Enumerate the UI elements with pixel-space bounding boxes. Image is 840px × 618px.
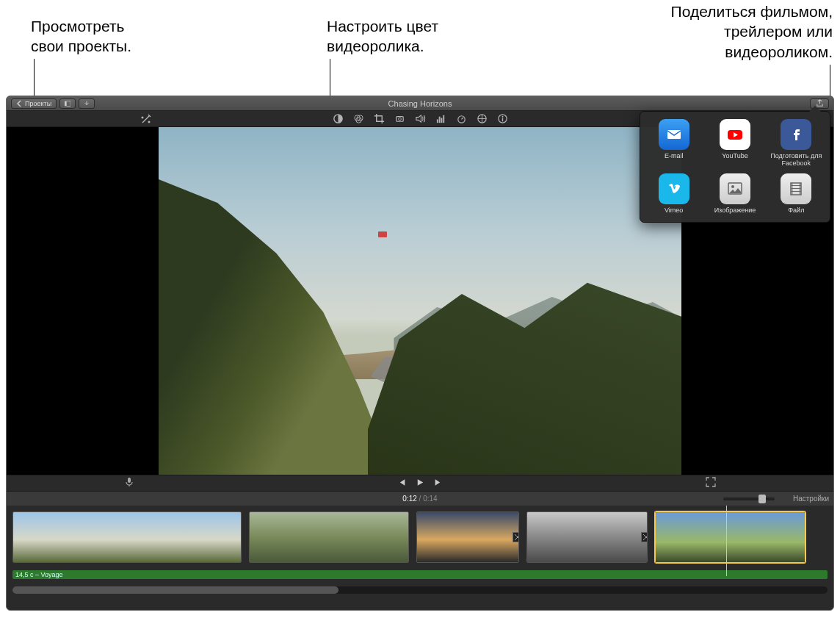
share-email[interactable]: E-mail	[643, 118, 704, 169]
playback-bar	[7, 475, 833, 491]
color-balance-icon[interactable]	[331, 112, 344, 126]
popover-arrow	[809, 106, 821, 112]
prev-button[interactable]	[397, 477, 407, 490]
callout-line-projects	[34, 59, 35, 98]
audio-track[interactable]: 14,5 с – Voyage	[12, 570, 828, 579]
facebook-icon	[781, 119, 811, 150]
voiceover-button[interactable]	[124, 477, 134, 490]
callout-projects-line1: Просмотреть	[31, 16, 131, 36]
zoom-slider[interactable]	[723, 497, 775, 500]
transition-icon[interactable]	[513, 532, 519, 542]
share-vimeo[interactable]: Vimeo	[643, 172, 704, 216]
timeline-scrollbar[interactable]	[12, 586, 828, 594]
svg-rect-10	[441, 118, 442, 123]
info-icon[interactable]	[496, 112, 509, 126]
time-separator: /	[417, 495, 423, 503]
svg-rect-9	[438, 117, 440, 123]
playhead[interactable]	[726, 506, 727, 576]
svg-rect-26	[791, 188, 801, 189]
svg-point-7	[398, 118, 401, 121]
mail-icon	[659, 119, 689, 150]
callout-color: Настроить цвет видеоролика.	[327, 16, 438, 57]
video-preview	[159, 127, 681, 475]
share-facebook-label: Подготовить для Facebook	[767, 153, 825, 168]
share-file[interactable]: Файл	[766, 172, 827, 216]
time-display: 0:12 / 0:14	[402, 495, 437, 503]
clips-row	[12, 511, 828, 563]
back-to-projects-button[interactable]: Проекты	[11, 98, 57, 109]
eq-icon[interactable]	[434, 112, 447, 126]
share-youtube[interactable]: YouTube	[704, 118, 765, 169]
share-vimeo-label: Vimeo	[665, 207, 683, 215]
svg-rect-27	[791, 191, 801, 192]
share-email-label: E-mail	[665, 153, 684, 160]
share-youtube-label: YouTube	[722, 153, 747, 160]
import-button[interactable]	[79, 98, 95, 109]
svg-rect-1	[67, 101, 70, 106]
adjust-icons-group	[331, 112, 509, 126]
svg-rect-16	[502, 118, 502, 122]
clip-2[interactable]	[249, 511, 409, 563]
youtube-icon	[720, 119, 750, 150]
callout-share: Поделиться фильмом, трейлером или видеор…	[671, 1, 833, 62]
app-window: Проекты Chasing Horizons	[6, 96, 834, 611]
titlebar: Проекты Chasing Horizons	[7, 96, 833, 111]
callout-share-line2: трейлером или	[671, 21, 833, 41]
speed-icon[interactable]	[455, 112, 468, 126]
callout-share-line1: Поделиться фильмом,	[671, 1, 833, 21]
callout-projects-line2: свои проекты.	[31, 36, 131, 56]
clip-3[interactable]	[416, 511, 519, 563]
playback-controls	[397, 477, 443, 490]
play-button[interactable]	[416, 477, 425, 490]
library-view-button[interactable]	[59, 98, 76, 109]
svg-rect-17	[128, 478, 131, 483]
share-image-label: Изображение	[714, 207, 756, 215]
enhance-button[interactable]	[139, 112, 153, 126]
timeline-header: 0:12 / 0:14 Настройки	[7, 491, 833, 506]
fullscreen-button[interactable]	[706, 477, 716, 490]
callout-color-line1: Настроить цвет	[327, 16, 438, 36]
next-button[interactable]	[434, 477, 443, 490]
clip-5-selected[interactable]	[655, 511, 805, 563]
svg-rect-11	[443, 115, 444, 123]
transition-icon[interactable]	[641, 532, 648, 542]
svg-rect-0	[65, 101, 66, 106]
color-correct-icon[interactable]	[475, 112, 488, 126]
back-button-label: Проекты	[25, 100, 51, 107]
clip-1[interactable]	[12, 511, 242, 563]
svg-point-15	[502, 116, 503, 118]
cable-car-graphic	[378, 231, 387, 237]
callout-projects: Просмотреть свои проекты.	[31, 16, 131, 57]
svg-rect-25	[791, 185, 801, 186]
svg-rect-8	[436, 119, 438, 123]
time-total: 0:14	[423, 495, 437, 503]
time-current: 0:12	[402, 495, 416, 503]
share-facebook[interactable]: Подготовить для Facebook	[766, 118, 827, 169]
callout-color-line2: видеоролика.	[327, 36, 438, 56]
callout-line-share	[830, 65, 830, 98]
file-icon	[781, 173, 811, 204]
svg-point-21	[731, 185, 734, 188]
share-image[interactable]: Изображение	[704, 172, 765, 216]
timeline[interactable]: 14,5 с – Voyage	[7, 506, 833, 597]
stabilize-icon[interactable]	[393, 112, 406, 126]
clip-4[interactable]	[526, 511, 648, 563]
settings-link[interactable]: Настройки	[793, 495, 829, 503]
volume-icon[interactable]	[413, 112, 427, 126]
crop-icon[interactable]	[372, 112, 385, 126]
svg-rect-18	[667, 130, 681, 139]
project-title: Chasing Horizons	[388, 99, 452, 108]
filters-icon[interactable]	[352, 112, 365, 126]
share-file-label: Файл	[788, 207, 804, 215]
callout-share-line3: видеороликом.	[671, 42, 833, 62]
vimeo-icon	[659, 173, 689, 204]
image-icon	[720, 173, 750, 204]
share-popover: E-mail YouTube Подготовить для Facebook …	[640, 111, 830, 223]
